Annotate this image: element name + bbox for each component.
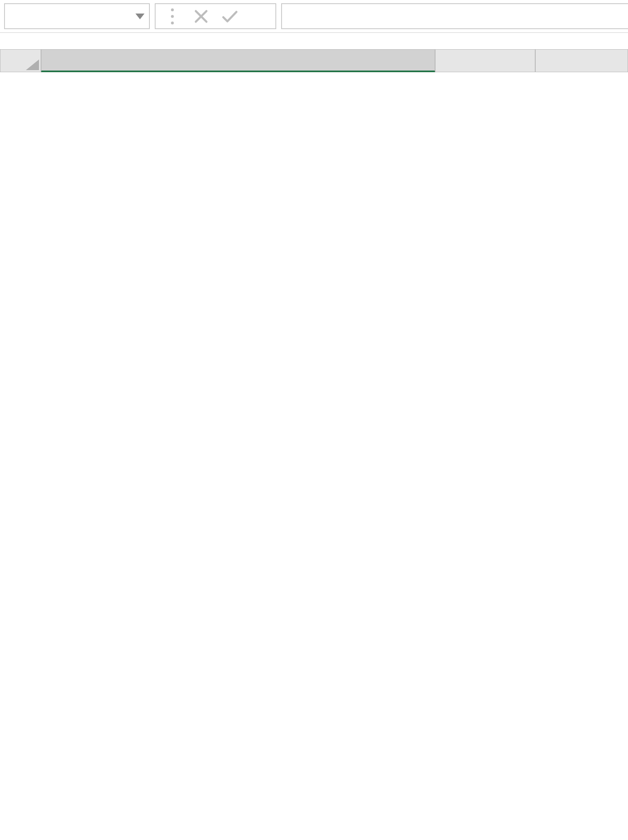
name-box-dropdown-icon[interactable] xyxy=(131,4,149,28)
svg-marker-0 xyxy=(135,14,144,19)
col-header-B[interactable] xyxy=(435,49,535,72)
svg-point-3 xyxy=(171,21,174,24)
formula-input[interactable] xyxy=(281,3,628,29)
svg-point-2 xyxy=(171,15,174,18)
svg-point-1 xyxy=(171,8,174,11)
col-header-A[interactable] xyxy=(41,49,435,72)
column-headers xyxy=(0,49,628,72)
fx-icon[interactable] xyxy=(244,4,273,29)
enter-icon[interactable] xyxy=(215,4,244,29)
col-header-C[interactable] xyxy=(535,49,628,72)
name-box[interactable] xyxy=(4,3,150,29)
formula-tools xyxy=(155,3,276,29)
formula-bar xyxy=(0,0,628,33)
spreadsheet-grid xyxy=(0,49,628,72)
cancel-icon[interactable] xyxy=(187,4,215,29)
select-all-corner[interactable] xyxy=(0,49,41,72)
drag-handle-icon[interactable] xyxy=(158,4,187,29)
